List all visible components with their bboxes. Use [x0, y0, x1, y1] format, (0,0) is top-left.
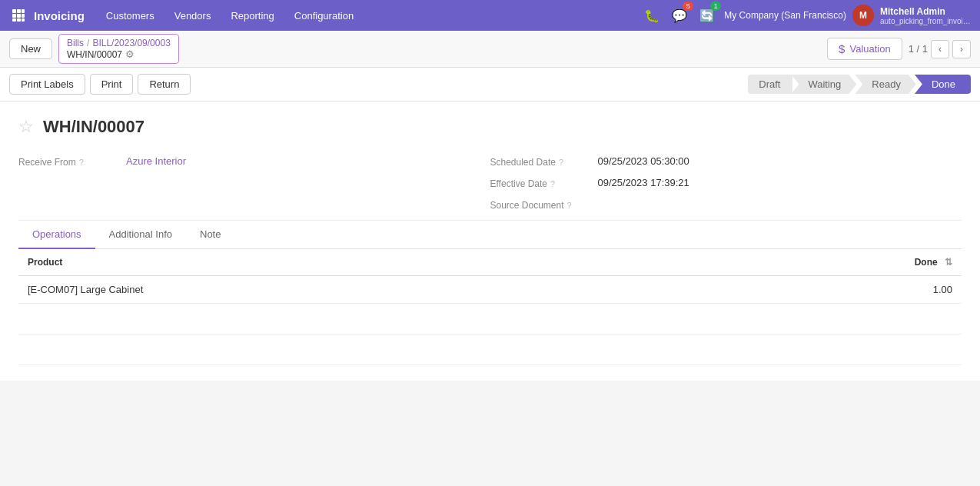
record-form: Receive From ? Azure Interior Scheduled … — [18, 155, 962, 220]
svg-rect-0 — [12, 9, 16, 13]
scheduled-date-label: Scheduled Date ? — [490, 155, 598, 168]
print-labels-button[interactable]: Print Labels — [9, 74, 85, 95]
effective-date-label: Effective Date ? — [490, 177, 598, 189]
scheduled-date-value: 09/25/2023 05:30:00 — [598, 155, 689, 167]
bug-icon[interactable]: 🐛 — [641, 5, 663, 26]
effective-date-help-icon[interactable]: ? — [550, 179, 555, 188]
breadcrumb-parent-link[interactable]: Bills — [67, 38, 84, 48]
favorite-icon[interactable]: ☆ — [18, 117, 34, 137]
app-title: Invoicing — [34, 9, 85, 22]
operations-table: Product Done ⇅ [E-COM07] Large Cabinet 1… — [18, 249, 962, 365]
col-product: Product — [18, 249, 683, 276]
main-content: ☆ WH/IN/00007 Receive From ? Azure Inter… — [0, 102, 980, 381]
svg-rect-5 — [22, 14, 25, 18]
activity-icon[interactable]: 🔄 1 — [696, 5, 718, 26]
status-ready[interactable]: Ready — [855, 75, 916, 94]
topnav-right: 🐛 💬 5 🔄 1 My Company (San Francisco) M M… — [641, 5, 972, 26]
dollar-icon: $ — [839, 42, 845, 55]
return-button[interactable]: Return — [138, 74, 191, 95]
valuation-label: Valuation — [849, 43, 890, 55]
status-pipeline: Draft Waiting Ready Done — [748, 75, 971, 94]
table-row: [E-COM07] Large Cabinet 1.00 — [18, 276, 962, 304]
chat-badge: 5 — [683, 2, 693, 11]
svg-rect-8 — [22, 18, 25, 22]
receive-from-help-icon[interactable]: ? — [79, 158, 84, 167]
svg-rect-4 — [17, 14, 21, 18]
breadcrumb-ref: WH/IN/00007 — [67, 49, 122, 60]
record-title: WH/IN/00007 — [43, 117, 145, 137]
col-done: Done ⇅ — [683, 249, 962, 276]
tabs-bar: Operations Additional Info Note — [18, 221, 962, 249]
user-info: Mitchell Admin auto_picking_from_invoic.… — [880, 6, 972, 25]
pagination: 1 / 1 ‹ › — [909, 40, 971, 58]
chat-icon[interactable]: 💬 5 — [669, 5, 690, 26]
tabs-section: Operations Additional Info Note Product … — [18, 220, 962, 365]
effective-date-value: 09/25/2023 17:39:21 — [598, 177, 689, 188]
source-document-row: Source Document ? — [490, 198, 962, 211]
receive-from-row: Receive From ? Azure Interior — [18, 155, 490, 168]
status-draft[interactable]: Draft — [748, 75, 792, 94]
action-bar: Print Labels Print Return Draft Waiting … — [0, 68, 980, 102]
source-document-help-icon[interactable]: ? — [567, 201, 572, 210]
user-name: Mitchell Admin — [880, 6, 945, 17]
menu-configuration[interactable]: Configuration — [285, 7, 363, 25]
pagination-label: 1 / 1 — [909, 43, 928, 55]
breadcrumb-child[interactable]: BILL/2023/09/0003 — [92, 38, 170, 48]
tab-additional-info[interactable]: Additional Info — [95, 221, 186, 249]
menu-vendors[interactable]: Vendors — [165, 7, 221, 25]
valuation-button[interactable]: $ Valuation — [827, 38, 902, 60]
user-subtitle: auto_picking_from_invoic... — [880, 17, 972, 25]
record-header: ☆ WH/IN/00007 — [18, 117, 962, 137]
scheduled-date-row: Scheduled Date ? 09/25/2023 05:30:00 — [490, 155, 962, 168]
settings-icon[interactable]: ⚙ — [125, 48, 135, 60]
adjust-icon[interactable]: ⇅ — [945, 257, 952, 268]
menu-customers[interactable]: Customers — [97, 7, 164, 25]
source-document-label: Source Document ? — [490, 198, 598, 211]
svg-rect-6 — [12, 18, 16, 22]
avatar: M — [852, 5, 874, 26]
print-button[interactable]: Print — [90, 74, 134, 95]
secondary-bar: New Bills / BILL/2023/09/0003 WH/IN/0000… — [0, 31, 980, 68]
next-page-button[interactable]: › — [952, 40, 971, 58]
status-waiting[interactable]: Waiting — [791, 75, 856, 94]
receive-from-value[interactable]: Azure Interior — [126, 155, 186, 167]
svg-rect-1 — [17, 9, 21, 13]
top-navigation: Invoicing Customers Vendors Reporting Co… — [0, 0, 980, 31]
company-name: My Company (San Francisco) — [724, 10, 846, 21]
status-done[interactable]: Done — [915, 75, 971, 94]
form-right: Scheduled Date ? 09/25/2023 05:30:00 Eff… — [490, 155, 962, 220]
main-menu: Customers Vendors Reporting Configuratio… — [97, 7, 636, 25]
effective-date-row: Effective Date ? 09/25/2023 17:39:21 — [490, 177, 962, 189]
grid-menu-icon[interactable] — [8, 5, 29, 26]
svg-rect-7 — [17, 18, 21, 22]
activity-badge: 1 — [710, 2, 721, 11]
svg-rect-3 — [12, 14, 16, 18]
svg-rect-2 — [22, 9, 25, 13]
breadcrumb-separator: / — [87, 38, 89, 48]
cell-done: 1.00 — [683, 276, 962, 304]
breadcrumb: Bills / BILL/2023/09/0003 WH/IN/00007 ⚙ — [58, 34, 179, 64]
scheduled-date-help-icon[interactable]: ? — [559, 158, 563, 167]
tab-operations[interactable]: Operations — [18, 221, 95, 249]
prev-page-button[interactable]: ‹ — [931, 40, 949, 58]
empty-row-1 — [18, 304, 962, 335]
empty-row-2 — [18, 335, 962, 365]
receive-from-label: Receive From ? — [18, 155, 126, 168]
menu-reporting[interactable]: Reporting — [221, 7, 283, 25]
cell-product: [E-COM07] Large Cabinet — [18, 276, 683, 304]
form-left: Receive From ? Azure Interior — [18, 155, 490, 220]
new-button[interactable]: New — [9, 38, 52, 59]
tab-note[interactable]: Note — [186, 221, 234, 249]
